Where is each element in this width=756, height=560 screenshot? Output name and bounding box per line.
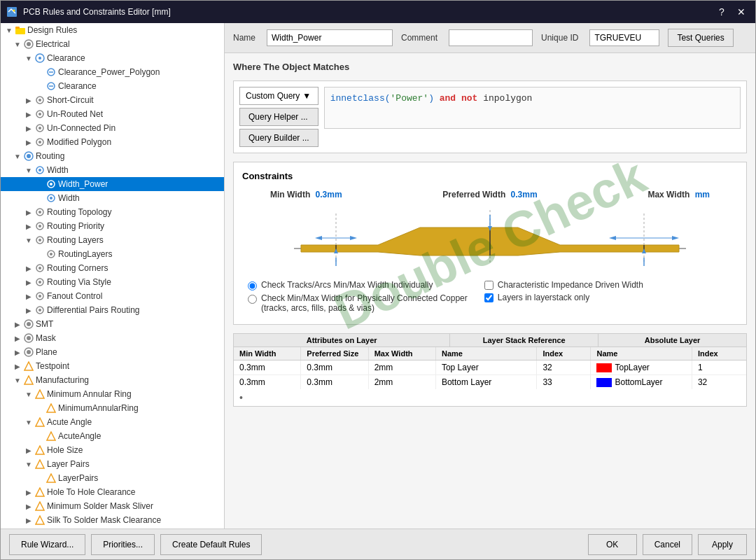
apply-button[interactable]: Apply (698, 534, 747, 555)
ok-button[interactable]: OK (588, 534, 637, 555)
tree-item-smt[interactable]: ▶ SMT (1, 317, 224, 331)
expand-icon[interactable]: ▼ (23, 164, 34, 176)
expand-icon[interactable]: ▼ (23, 416, 34, 428)
expand-icon[interactable]: ▶ (23, 262, 34, 274)
tree-item-routing-priority[interactable]: ▶ Routing Priority (1, 219, 224, 233)
query-builder-button[interactable]: Query Builder ... (239, 129, 318, 147)
comment-input[interactable] (449, 29, 533, 46)
create-defaults-button[interactable]: Create Default Rules (160, 534, 262, 555)
expand-icon[interactable]: ▶ (23, 276, 34, 288)
preferred-width-value: 0.3mm (511, 190, 538, 200)
expand-icon[interactable]: ▼ (23, 458, 34, 470)
expand-icon[interactable]: ▶ (23, 514, 34, 526)
tree-item-label: Minimum Annular Ring (47, 389, 132, 399)
tree-item-hole-size[interactable]: ▶ Hole Size (1, 443, 224, 457)
tree-item-silk-to-solder-mask-clearance[interactable]: ▶ Silk To Solder Mask Clearance (1, 513, 224, 527)
uid-input[interactable] (589, 29, 659, 46)
expand-icon[interactable]: ▶ (23, 136, 34, 148)
expand-icon[interactable]: ▶ (12, 360, 23, 372)
close-button[interactable]: ✕ (733, 5, 750, 19)
tree-item-minimum-annular-ring-item[interactable]: MinimumAnnularRing (1, 401, 224, 415)
tree-item-routing[interactable]: ▼ Routing (1, 149, 224, 163)
expand-icon[interactable]: ▼ (12, 150, 23, 162)
expand-icon[interactable]: ▶ (12, 332, 23, 344)
svg-marker-60 (36, 502, 44, 510)
tree-item-mask[interactable]: ▶ Mask (1, 331, 224, 345)
tree-scroll[interactable]: ▼ Design Rules ▼ Electrical (1, 23, 224, 528)
tree-item-short-circuit[interactable]: ▶ Short-Circuit (1, 93, 224, 107)
tree-item-layer-pairs-item[interactable]: LayerPairs (1, 471, 224, 485)
tree-item-clearance-group[interactable]: ▼ Clearance (1, 51, 224, 65)
tree-item-modified-polygon[interactable]: ▶ Modified Polygon (1, 135, 224, 149)
tree-item-acute-angle[interactable]: ▼ Acute Angle (1, 415, 224, 429)
expand-icon[interactable]: ▶ (12, 318, 23, 330)
expand-icon[interactable]: ▶ (23, 94, 34, 106)
expand-icon[interactable]: ▶ (23, 304, 34, 316)
tree-item-plane[interactable]: ▶ Plane (1, 345, 224, 359)
expand-icon[interactable]: ▼ (12, 374, 23, 386)
tree-item-width-power[interactable]: Width_Power (1, 177, 224, 191)
expand-icon[interactable]: ▶ (23, 444, 34, 456)
priorities-button[interactable]: Priorities... (91, 534, 155, 555)
svg-marker-77 (609, 236, 616, 240)
tree-item-testpoint[interactable]: ▶ Testpoint (1, 359, 224, 373)
tree-item-un-connected-pin[interactable]: ▶ Un-Connected Pin (1, 121, 224, 135)
tree-item-clearance[interactable]: Clearance (1, 79, 224, 93)
max-width-value: mm (695, 190, 710, 200)
tree-item-label: Layer Pairs (47, 459, 90, 469)
tree-item-minimum-solder-mask-sliver[interactable]: ▶ Minimum Solder Mask Sliver (1, 499, 224, 513)
tree-item-differential-pairs[interactable]: ▶ Differential Pairs Routing (1, 303, 224, 317)
checkbox-group: Characteristic Impedance Driven Width La… (484, 277, 643, 316)
tree-item-clearance-power-polygon[interactable]: Clearance_Power_Polygon (1, 65, 224, 79)
cancel-button[interactable]: Cancel (643, 534, 692, 555)
expand-icon[interactable]: ▶ (23, 206, 34, 218)
rule-wizard-button[interactable]: Rule Wizard... (9, 534, 85, 555)
test-queries-button[interactable]: Test Queries (668, 29, 733, 47)
svg-marker-58 (47, 474, 55, 482)
svg-marker-54 (36, 418, 44, 426)
expand-icon[interactable]: ▶ (23, 486, 34, 498)
tree-item-width-default[interactable]: Width (1, 191, 224, 205)
tree-item-acute-angle-item[interactable]: AcuteAngle (1, 429, 224, 443)
expand-icon[interactable]: ▼ (4, 24, 15, 36)
tree-item-silk-to-silk-clearance[interactable]: ▶ Silk To Silk Clearance (1, 527, 224, 528)
expand-icon[interactable]: ▼ (12, 38, 23, 50)
tree-item-width-group[interactable]: ▼ Width (1, 163, 224, 177)
radio-check-connected[interactable] (248, 295, 257, 304)
tree-item-hole-to-hole-clearance[interactable]: ▶ Hole To Hole Clearance (1, 485, 224, 499)
expand-icon[interactable]: ▶ (23, 220, 34, 232)
tree-item-electrical[interactable]: ▼ Electrical (1, 37, 224, 51)
tree-item-fanout-control[interactable]: ▶ Fanout Control (1, 289, 224, 303)
tree-item-routing-layers-item[interactable]: RoutingLayers (1, 247, 224, 261)
custom-query-dropdown[interactable]: Custom Query ▼ (239, 87, 318, 105)
name-input[interactable] (267, 29, 393, 46)
tree-item-un-routed-net[interactable]: ▶ Un-Routed Net (1, 107, 224, 121)
tree-item-routing-corners[interactable]: ▶ Routing Corners (1, 261, 224, 275)
tree-item-routing-topology[interactable]: ▶ Routing Topology (1, 205, 224, 219)
radio-check-individual[interactable] (248, 281, 257, 290)
tree-item-design-rules[interactable]: ▼ Design Rules (1, 23, 224, 37)
help-button[interactable]: ? (713, 5, 730, 19)
via-icon (34, 276, 46, 288)
checkbox-impedance-input[interactable] (484, 281, 493, 290)
row1-abs-index: 1 (692, 360, 746, 374)
silk-mask-icon (34, 514, 46, 526)
expand-icon[interactable]: ▶ (12, 346, 23, 358)
checkbox-layers-only-input[interactable] (484, 293, 493, 302)
expand-icon[interactable]: ▶ (23, 122, 34, 134)
tree-item-label: Routing Priority (47, 221, 104, 231)
expand-icon[interactable]: ▼ (23, 234, 34, 246)
tree-item-routing-via-style[interactable]: ▶ Routing Via Style (1, 275, 224, 289)
expand-icon[interactable]: ▶ (23, 500, 34, 512)
svg-marker-78 (672, 236, 679, 240)
query-helper-button[interactable]: Query Helper ... (239, 108, 318, 126)
tree-item-manufacturing[interactable]: ▼ Manufacturing (1, 373, 224, 387)
tree-item-minimum-annular-ring[interactable]: ▼ Minimum Annular Ring (1, 387, 224, 401)
expand-icon[interactable]: ▶ (23, 108, 34, 120)
tree-item-routing-layers[interactable]: ▼ Routing Layers (1, 233, 224, 247)
expand-icon[interactable]: ▼ (23, 388, 34, 400)
expand-spacer (34, 248, 46, 260)
tree-item-layer-pairs[interactable]: ▼ Layer Pairs (1, 457, 224, 471)
expand-icon[interactable]: ▼ (23, 52, 34, 64)
expand-icon[interactable]: ▶ (23, 290, 34, 302)
